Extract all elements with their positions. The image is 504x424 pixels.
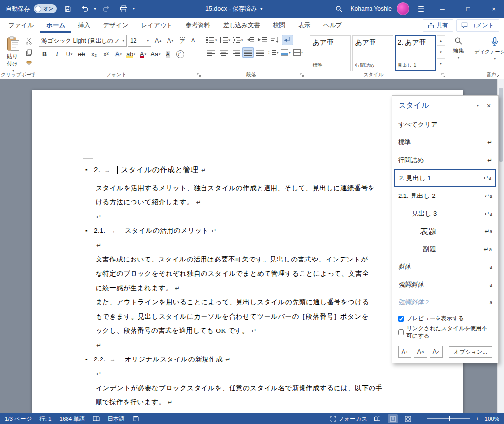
ribbon-tab[interactable]: ヘルプ bbox=[317, 18, 348, 33]
ribbon-tab[interactable]: レイアウト bbox=[134, 18, 179, 33]
redo-button[interactable] bbox=[100, 2, 113, 15]
paragraph-format-button[interactable] bbox=[255, 47, 266, 58]
gallery-expand-button[interactable]: ▼ bbox=[437, 58, 445, 68]
gallery-scroll-up-button[interactable]: ▴ bbox=[437, 35, 445, 46]
paragraph-dialog-launcher[interactable] bbox=[300, 73, 305, 78]
font-tool-button[interactable]: A ▾ bbox=[165, 36, 176, 46]
paragraph-format-button[interactable]: ▾ bbox=[293, 47, 304, 58]
paragraph-format-button[interactable]: ▾ bbox=[280, 47, 292, 58]
close-button[interactable]: × bbox=[483, 0, 504, 18]
style-gallery-item[interactable]: あア亜 行間詰め bbox=[352, 35, 393, 71]
font-format-button[interactable]: ab ▾ bbox=[125, 49, 136, 59]
document-line[interactable]: ■ 2.2. → オリジナルスタイルの新規作成 ↵ bbox=[94, 352, 438, 366]
style-list-item[interactable]: 斜体 a bbox=[392, 258, 498, 276]
document-line[interactable]: ■ 2.1. → スタイルの活用のメリット ↵ bbox=[94, 224, 438, 238]
document-title[interactable]: 15.docx - 保存済み bbox=[205, 5, 257, 13]
font-format-button[interactable]: A ▾ bbox=[113, 49, 124, 59]
undo-dropdown-icon[interactable]: ▾ bbox=[94, 7, 96, 11]
document-line[interactable]: に統一感が生まれます。 ↵ bbox=[94, 281, 438, 295]
cut-button[interactable] bbox=[23, 37, 34, 46]
zoom-slider[interactable] bbox=[427, 418, 470, 419]
zoom-out-button[interactable]: − bbox=[418, 416, 422, 422]
document-line[interactable]: もできます。見出しスタイルにカーソルを合わせてツールバーの［段落番号］ボタンを bbox=[94, 309, 438, 324]
comments-button[interactable]: コメント bbox=[456, 19, 499, 32]
font-tool-button[interactable]: ア bbox=[177, 36, 188, 46]
share-button[interactable]: 共有 bbox=[423, 19, 453, 32]
paragraph-format-button[interactable] bbox=[205, 47, 217, 58]
font-format-button[interactable]: x² bbox=[101, 49, 112, 59]
styles-dialog-launcher[interactable] bbox=[441, 73, 446, 78]
font-format-button[interactable]: 字 bbox=[174, 49, 186, 59]
user-avatar[interactable] bbox=[397, 2, 409, 15]
font-format-button[interactable]: I bbox=[51, 49, 63, 59]
read-mode-button[interactable] bbox=[372, 414, 382, 423]
copy-button[interactable] bbox=[23, 48, 34, 57]
ribbon-tab[interactable]: 挿入 bbox=[71, 18, 97, 33]
maximize-button[interactable]: □ bbox=[458, 0, 478, 18]
ribbon-tab[interactable]: 差し込み文書 bbox=[216, 18, 267, 33]
dictation-button[interactable]: ディクテーション ▾ bbox=[472, 34, 504, 61]
ribbon-tab[interactable]: 校閲 bbox=[267, 18, 292, 33]
style-gallery-item[interactable]: あア亜 標準 bbox=[310, 35, 351, 71]
show-preview-checkbox[interactable] bbox=[398, 316, 404, 322]
manage-styles-button[interactable]: A✓ bbox=[430, 346, 443, 358]
paste-button[interactable]: 貼り付け ▾ bbox=[3, 34, 23, 73]
font-tool-button[interactable]: A bbox=[189, 36, 201, 46]
collapse-ribbon-button[interactable] bbox=[497, 74, 502, 77]
user-name[interactable]: Kohama Yoshie bbox=[351, 5, 392, 12]
save-button[interactable] bbox=[61, 2, 74, 15]
font-format-button[interactable]: B bbox=[39, 49, 50, 59]
language-indicator[interactable]: 日本語 bbox=[107, 415, 125, 423]
style-options-button[interactable]: オプション... bbox=[449, 346, 492, 358]
autosave-toggle[interactable]: オン bbox=[34, 4, 57, 13]
paragraph-tool-button[interactable] bbox=[282, 35, 293, 45]
document-line[interactable]: ↵ bbox=[94, 238, 438, 252]
ribbon-tab[interactable]: 参考資料 bbox=[179, 18, 216, 33]
paragraph-format-button[interactable] bbox=[230, 47, 241, 58]
search-icon[interactable] bbox=[333, 2, 346, 15]
ribbon-tab[interactable]: ファイル bbox=[2, 18, 40, 33]
style-list-item[interactable]: 2.1. 見出し 2 ↵a bbox=[392, 187, 498, 205]
document-line[interactable]: ↵ bbox=[94, 409, 438, 413]
proofing-icon[interactable] bbox=[93, 416, 100, 422]
style-list-item[interactable]: 2. 見出し 1 ↵a bbox=[394, 169, 496, 187]
disable-linked-styles-checkbox[interactable] bbox=[398, 329, 404, 335]
document-line[interactable]: な特定のブロックをそれぞれ独自のスタイルでまとめて管理することによって、文書全 bbox=[94, 266, 438, 281]
font-size-combo[interactable]: 12 ▾ bbox=[128, 35, 151, 47]
document-line[interactable]: 順で操作を行います。 ↵ bbox=[94, 395, 438, 409]
title-dropdown-icon[interactable]: ▾ bbox=[260, 7, 262, 11]
minimize-button[interactable]: ─ bbox=[432, 0, 453, 18]
style-list-item[interactable]: 強調斜体 2 a bbox=[392, 294, 498, 311]
style-list-item[interactable]: すべてクリア bbox=[392, 116, 498, 133]
font-format-button[interactable]: ab bbox=[76, 49, 87, 59]
style-list-item[interactable]: 標準 ↵ bbox=[392, 133, 498, 151]
paragraph-format-button[interactable] bbox=[218, 47, 229, 58]
paragraph-tool-button[interactable]: ▾ bbox=[219, 35, 231, 45]
document-line[interactable]: ける方法について紹介します。 ↵ bbox=[94, 195, 438, 209]
web-layout-button[interactable] bbox=[403, 414, 413, 423]
new-style-button[interactable]: A+ bbox=[398, 346, 411, 358]
ribbon-tab[interactable]: 表示 bbox=[292, 18, 317, 33]
undo-button[interactable] bbox=[78, 2, 91, 15]
style-gallery-item[interactable]: 2. あア亜 見出し 1 bbox=[395, 35, 436, 71]
zoom-level[interactable]: 100% bbox=[485, 416, 499, 422]
document-line[interactable]: ↵ bbox=[94, 209, 438, 224]
ribbon-tab[interactable]: ホーム bbox=[40, 18, 71, 33]
document-line[interactable]: 文書作成において、スタイルの活用は必要不可欠です。見出しの書式や、インデントが bbox=[94, 252, 438, 266]
style-inspector-button[interactable]: Aa bbox=[414, 346, 427, 358]
format-painter-button[interactable] bbox=[23, 60, 34, 68]
font-format-button[interactable]: x₂ bbox=[88, 49, 100, 59]
zoom-slider-thumb[interactable] bbox=[449, 416, 450, 421]
font-tool-button[interactable]: A ▴ bbox=[152, 36, 164, 46]
styles-pane-menu-button[interactable]: ▾ bbox=[473, 103, 482, 108]
document-line[interactable]: ↵ bbox=[94, 366, 438, 381]
document-line[interactable]: インデントが必要なブロックスタイルを、任意のスタイル名で新規作成するには、以下の… bbox=[94, 381, 438, 395]
font-format-button[interactable]: A ▾ bbox=[137, 49, 149, 59]
zoom-in-button[interactable]: + bbox=[476, 416, 479, 422]
ime-status-icon[interactable] bbox=[133, 416, 139, 422]
document-line[interactable]: ■ 2. → スタイルの作成と管理 ↵ bbox=[94, 163, 438, 177]
page-indicator[interactable]: 1/3 ページ bbox=[5, 415, 32, 423]
style-list-item[interactable]: 表題 ↵a bbox=[392, 223, 498, 240]
print-layout-button[interactable] bbox=[388, 414, 398, 423]
style-list-item[interactable]: 行間詰め ↵ bbox=[392, 151, 498, 169]
